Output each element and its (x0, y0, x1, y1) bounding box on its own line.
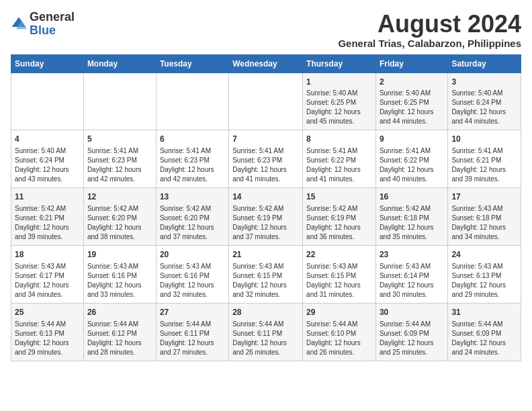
day-info: Sunrise: 5:43 AM Sunset: 6:16 PM Dayligh… (160, 262, 225, 300)
calendar-cell: 11Sunrise: 5:42 AM Sunset: 6:21 PM Dayli… (11, 188, 84, 246)
day-info: Sunrise: 5:44 AM Sunset: 6:09 PM Dayligh… (451, 320, 517, 357)
day-number: 3 (451, 77, 517, 88)
day-number: 16 (380, 191, 444, 203)
day-header-saturday: Saturday (448, 54, 521, 73)
day-info: Sunrise: 5:44 AM Sunset: 6:13 PM Dayligh… (15, 320, 80, 357)
month-title: August 2024 (338, 11, 521, 38)
logo-icon (11, 16, 27, 32)
calendar-cell (229, 73, 303, 130)
day-number: 24 (451, 249, 517, 261)
day-info: Sunrise: 5:43 AM Sunset: 6:17 PM Dayligh… (15, 262, 80, 300)
calendar-cell: 31Sunrise: 5:44 AM Sunset: 6:09 PM Dayli… (448, 303, 521, 361)
day-number: 14 (232, 191, 299, 203)
day-info: Sunrise: 5:42 AM Sunset: 6:21 PM Dayligh… (15, 204, 80, 242)
day-number: 23 (380, 249, 444, 261)
day-info: Sunrise: 5:43 AM Sunset: 6:18 PM Dayligh… (451, 204, 517, 242)
day-number: 21 (232, 249, 299, 261)
day-header-wednesday: Wednesday (229, 54, 303, 73)
day-info: Sunrise: 5:44 AM Sunset: 6:12 PM Dayligh… (87, 320, 152, 357)
calendar-week-5: 25Sunrise: 5:44 AM Sunset: 6:13 PM Dayli… (11, 303, 521, 361)
day-info: Sunrise: 5:44 AM Sunset: 6:10 PM Dayligh… (306, 320, 372, 357)
day-info: Sunrise: 5:41 AM Sunset: 6:21 PM Dayligh… (451, 146, 517, 184)
day-number: 1 (306, 77, 372, 88)
calendar-cell: 17Sunrise: 5:43 AM Sunset: 6:18 PM Dayli… (448, 188, 521, 246)
day-number: 8 (306, 134, 372, 145)
calendar-header-row: SundayMondayTuesdayWednesdayThursdayFrid… (11, 54, 521, 73)
calendar-cell (83, 73, 156, 130)
calendar-cell: 16Sunrise: 5:42 AM Sunset: 6:18 PM Dayli… (375, 188, 447, 246)
calendar-cell: 13Sunrise: 5:42 AM Sunset: 6:20 PM Dayli… (156, 188, 228, 246)
calendar-cell: 15Sunrise: 5:42 AM Sunset: 6:19 PM Dayli… (303, 188, 376, 246)
day-info: Sunrise: 5:41 AM Sunset: 6:23 PM Dayligh… (160, 146, 225, 184)
day-number: 27 (160, 307, 225, 318)
calendar-cell (11, 73, 84, 130)
day-info: Sunrise: 5:44 AM Sunset: 6:09 PM Dayligh… (380, 320, 444, 357)
day-info: Sunrise: 5:40 AM Sunset: 6:24 PM Dayligh… (15, 146, 80, 184)
day-number: 13 (160, 191, 225, 203)
day-number: 19 (87, 249, 152, 261)
calendar-week-4: 18Sunrise: 5:43 AM Sunset: 6:17 PM Dayli… (11, 245, 521, 303)
day-info: Sunrise: 5:44 AM Sunset: 6:11 PM Dayligh… (232, 320, 299, 357)
calendar-cell: 9Sunrise: 5:41 AM Sunset: 6:22 PM Daylig… (375, 130, 447, 188)
day-info: Sunrise: 5:40 AM Sunset: 6:25 PM Dayligh… (380, 89, 444, 126)
day-number: 9 (380, 134, 444, 145)
day-info: Sunrise: 5:43 AM Sunset: 6:16 PM Dayligh… (87, 262, 152, 300)
calendar-cell: 20Sunrise: 5:43 AM Sunset: 6:16 PM Dayli… (156, 245, 228, 303)
day-number: 11 (15, 191, 80, 203)
day-number: 6 (160, 134, 225, 145)
calendar-cell: 19Sunrise: 5:43 AM Sunset: 6:16 PM Dayli… (83, 245, 156, 303)
calendar-cell: 5Sunrise: 5:41 AM Sunset: 6:23 PM Daylig… (83, 130, 156, 188)
day-info: Sunrise: 5:42 AM Sunset: 6:19 PM Dayligh… (232, 204, 299, 242)
day-number: 2 (380, 77, 444, 88)
calendar-cell: 30Sunrise: 5:44 AM Sunset: 6:09 PM Dayli… (375, 303, 447, 361)
day-number: 29 (306, 307, 372, 318)
calendar-cell (156, 73, 228, 130)
calendar-cell: 1Sunrise: 5:40 AM Sunset: 6:25 PM Daylig… (303, 73, 376, 130)
day-info: Sunrise: 5:43 AM Sunset: 6:15 PM Dayligh… (232, 262, 299, 300)
calendar-week-1: 1Sunrise: 5:40 AM Sunset: 6:25 PM Daylig… (11, 73, 521, 130)
calendar-cell: 23Sunrise: 5:43 AM Sunset: 6:14 PM Dayli… (375, 245, 447, 303)
day-info: Sunrise: 5:44 AM Sunset: 6:11 PM Dayligh… (160, 320, 225, 357)
day-number: 28 (232, 307, 299, 318)
calendar-cell: 2Sunrise: 5:40 AM Sunset: 6:25 PM Daylig… (375, 73, 447, 130)
day-info: Sunrise: 5:40 AM Sunset: 6:24 PM Dayligh… (451, 89, 517, 126)
day-number: 31 (451, 307, 517, 318)
calendar-cell: 10Sunrise: 5:41 AM Sunset: 6:21 PM Dayli… (448, 130, 521, 188)
day-header-thursday: Thursday (303, 54, 376, 73)
calendar-cell: 3Sunrise: 5:40 AM Sunset: 6:24 PM Daylig… (448, 73, 521, 130)
day-header-sunday: Sunday (11, 54, 84, 73)
day-info: Sunrise: 5:41 AM Sunset: 6:22 PM Dayligh… (306, 146, 372, 184)
day-info: Sunrise: 5:41 AM Sunset: 6:23 PM Dayligh… (87, 146, 152, 184)
day-number: 15 (306, 191, 372, 203)
day-number: 17 (451, 191, 517, 203)
day-info: Sunrise: 5:42 AM Sunset: 6:18 PM Dayligh… (380, 204, 444, 242)
day-number: 18 (15, 249, 80, 261)
day-number: 26 (87, 307, 152, 318)
day-info: Sunrise: 5:40 AM Sunset: 6:25 PM Dayligh… (306, 89, 372, 126)
day-header-monday: Monday (83, 54, 156, 73)
calendar-cell: 12Sunrise: 5:42 AM Sunset: 6:20 PM Dayli… (83, 188, 156, 246)
day-number: 12 (87, 191, 152, 203)
day-info: Sunrise: 5:43 AM Sunset: 6:13 PM Dayligh… (451, 262, 517, 300)
logo-text-blue: Blue (30, 24, 75, 38)
day-number: 10 (451, 134, 517, 145)
calendar-cell: 22Sunrise: 5:43 AM Sunset: 6:15 PM Dayli… (303, 245, 376, 303)
day-info: Sunrise: 5:42 AM Sunset: 6:20 PM Dayligh… (160, 204, 225, 242)
day-info: Sunrise: 5:42 AM Sunset: 6:19 PM Dayligh… (306, 204, 372, 242)
calendar-week-2: 4Sunrise: 5:40 AM Sunset: 6:24 PM Daylig… (11, 130, 521, 188)
calendar-cell: 18Sunrise: 5:43 AM Sunset: 6:17 PM Dayli… (11, 245, 84, 303)
calendar-cell: 8Sunrise: 5:41 AM Sunset: 6:22 PM Daylig… (303, 130, 376, 188)
location-subtitle: General Trias, Calabarzon, Philippines (338, 38, 521, 49)
calendar-cell: 4Sunrise: 5:40 AM Sunset: 6:24 PM Daylig… (11, 130, 84, 188)
title-block: August 2024 General Trias, Calabarzon, P… (338, 11, 521, 49)
calendar-cell: 28Sunrise: 5:44 AM Sunset: 6:11 PM Dayli… (229, 303, 303, 361)
day-info: Sunrise: 5:42 AM Sunset: 6:20 PM Dayligh… (87, 204, 152, 242)
day-number: 5 (87, 134, 152, 145)
day-number: 25 (15, 307, 80, 318)
logo-text-general: General (30, 11, 75, 24)
calendar-cell: 14Sunrise: 5:42 AM Sunset: 6:19 PM Dayli… (229, 188, 303, 246)
calendar-week-3: 11Sunrise: 5:42 AM Sunset: 6:21 PM Dayli… (11, 188, 521, 246)
day-info: Sunrise: 5:43 AM Sunset: 6:15 PM Dayligh… (306, 262, 372, 300)
day-number: 7 (232, 134, 299, 145)
day-info: Sunrise: 5:41 AM Sunset: 6:23 PM Dayligh… (232, 146, 299, 184)
